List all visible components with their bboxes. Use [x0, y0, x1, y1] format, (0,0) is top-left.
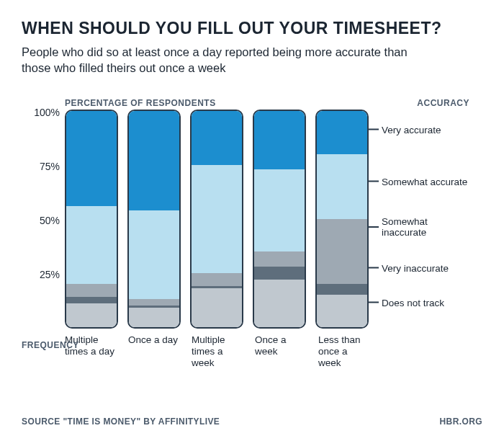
legend-label: Accuracy	[417, 98, 469, 108]
legend-item: Very inaccurate	[369, 262, 469, 273]
x-category: Multiple times a week	[192, 334, 242, 370]
bar-segment	[254, 280, 305, 327]
x-categories: Multiple times a dayOnce a dayMultiple t…	[65, 334, 369, 370]
legend-text: Somewhat accurate	[382, 176, 467, 187]
legend-tick-icon	[369, 267, 379, 269]
bar-segment	[192, 288, 242, 327]
bar-segment	[192, 111, 242, 165]
x-category: Once a day	[128, 334, 179, 370]
bar	[253, 110, 306, 329]
bar-segment	[66, 284, 117, 297]
bar	[127, 110, 181, 329]
bar-segment	[129, 210, 179, 299]
bar-segment	[317, 284, 367, 295]
stacked-bar-chart: 100% 75% 50% 25% Very accurateSomewhat a…	[65, 112, 469, 329]
legend-tick-icon	[369, 302, 379, 303]
legend-tick-icon	[369, 226, 379, 228]
y-tick: 25%	[40, 269, 60, 280]
legend: Very accurateSomewhat accurateSomewhat i…	[369, 112, 469, 329]
subtitle: People who did so at least once a day re…	[22, 44, 425, 76]
x-category: Once a week	[255, 334, 305, 370]
bar	[65, 110, 118, 329]
legend-tick-icon	[369, 129, 379, 130]
bar-segment	[254, 267, 305, 280]
bar-segment	[129, 111, 179, 210]
legend-item: Does not track	[369, 297, 469, 308]
bar-segment	[192, 165, 242, 273]
bar-segment	[66, 206, 117, 284]
bar-segment	[317, 111, 367, 154]
bar	[315, 110, 369, 329]
y-tick: 100%	[34, 107, 60, 118]
legend-tick-icon	[369, 181, 379, 182]
y-axis: 100% 75% 50% 25%	[22, 112, 61, 329]
bar-segment	[254, 111, 305, 169]
bar	[190, 110, 243, 329]
legend-text: Very inaccurate	[382, 262, 449, 273]
y-axis-label: Percentage of Respondents	[65, 98, 216, 108]
bars-container	[65, 112, 369, 329]
bar-segment	[317, 154, 367, 219]
x-category: Less than once a week	[318, 334, 369, 370]
legend-text: Somewhat inaccurate	[382, 216, 469, 238]
bar-segment	[66, 111, 117, 206]
bar-segment	[254, 169, 305, 251]
site-credit: HBR.ORG	[440, 416, 482, 427]
bar-segment	[192, 273, 242, 286]
y-tick: 75%	[40, 161, 60, 172]
x-axis-label: Frequency	[22, 340, 79, 350]
legend-item: Somewhat inaccurate	[369, 216, 469, 238]
bar-segment	[129, 299, 179, 306]
legend-item: Very accurate	[369, 124, 469, 135]
y-tick: 50%	[40, 215, 60, 226]
bar-segment	[66, 297, 117, 303]
source: SOURCE "TIME IS MONEY" BY AFFINITYLIVE	[22, 416, 220, 427]
legend-text: Very accurate	[382, 124, 441, 135]
legend-text: Does not track	[382, 297, 444, 308]
bar-segment	[254, 251, 305, 267]
bar-segment	[129, 308, 179, 327]
legend-item: Somewhat accurate	[369, 176, 469, 187]
bar-segment	[317, 295, 367, 327]
bar-segment	[66, 303, 117, 327]
bar-segment	[317, 219, 367, 284]
page-title: WHEN SHOULD YOU FILL OUT YOUR TIMESHEET?	[22, 19, 482, 38]
